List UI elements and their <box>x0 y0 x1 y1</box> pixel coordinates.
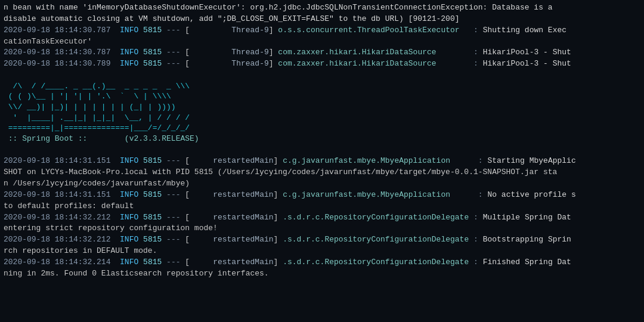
log-thread: restartedMain <box>190 213 273 222</box>
log-level: INFO <box>120 258 138 267</box>
log-thread: restartedMain <box>190 190 273 199</box>
log-continuation: to default profiles: default <box>4 201 640 212</box>
log-logger: com.zaxxer.hikari.HikariDataSource <box>278 48 469 57</box>
log-continuation: cationTaskExecutor' <box>4 36 640 48</box>
log-sep: --- <box>166 59 180 68</box>
log-level: INFO <box>120 59 138 68</box>
log-thread: restartedMain <box>190 156 273 165</box>
log-sep: --- <box>166 190 180 199</box>
log-continuation: entering strict repository configuration… <box>4 223 640 234</box>
log-pid: 5815 <box>143 235 162 244</box>
spring-boot-version: :: Spring Boot :: (v2.3.3.RELEASE) <box>4 134 640 145</box>
log-colon: : <box>473 48 478 57</box>
log-continuation: n /Users/lycying/codes/javarunfast/mbye) <box>4 178 640 190</box>
log-logger: o.s.s.concurrent.ThreadPoolTaskExecutor <box>278 26 469 35</box>
log-logger: c.g.javarunfast.mbye.MbyeApplication <box>283 190 473 199</box>
log-logger: .s.d.r.c.RepositoryConfigurationDelegate <box>283 235 469 244</box>
log-message: Shutting down Exec <box>483 26 566 35</box>
log-line-5: 2020-09-18 18:14:31.151 INFO 5815 --- [ … <box>4 190 640 201</box>
log-pid: 5815 <box>143 156 162 165</box>
log-colon: : <box>473 59 478 68</box>
terminal: n bean with name 'inMemoryDatabaseShutdo… <box>0 0 644 322</box>
log-colon: : <box>473 26 478 35</box>
log-message: Bootstrapping Sprin <box>483 235 571 244</box>
log-timestamp: 2020-09-18 18:14:30.787 <box>4 48 110 57</box>
log-thread: restartedMain <box>190 258 273 267</box>
log-logger: c.g.javarunfast.mbye.MbyeApplication <box>283 156 473 165</box>
log-sep: --- <box>166 235 180 244</box>
log-continuation: ning in 2ms. Found 0 Elasticsearch repos… <box>4 268 640 280</box>
log-logger: com.zaxxer.hikari.HikariDataSource <box>278 59 469 68</box>
log-continuation: SHOT on LYCYs-MacBook-Pro.local with PID… <box>4 167 640 178</box>
log-colon: : <box>473 213 478 222</box>
log-level: INFO <box>120 156 138 165</box>
log-pid: 5815 <box>143 26 162 35</box>
log-pid: 5815 <box>143 190 162 199</box>
log-thread: restartedMain <box>190 235 273 244</box>
log-message: No active profile s <box>487 190 575 199</box>
log-message: Starting MbyeApplic <box>487 156 575 165</box>
log-line-8: 2020-09-18 18:14:32.214 INFO 5815 --- [ … <box>4 257 640 268</box>
log-colon: : <box>473 235 478 244</box>
log-level: INFO <box>120 48 138 57</box>
log-message: disable automatic closing at VM shutdown… <box>4 14 460 23</box>
log-sep: --- <box>166 26 180 35</box>
log-line-3: 2020-09-18 18:14:30.789 INFO 5815 --- [ … <box>4 58 640 70</box>
log-thread: Thread-9 <box>190 26 269 35</box>
log-level: INFO <box>120 26 138 35</box>
log-sep: --- <box>166 258 180 267</box>
log-sep: --- <box>166 213 180 222</box>
log-message: HikariPool-3 - Shut <box>483 59 571 68</box>
log-timestamp: 2020-09-18 18:14:32.212 <box>4 213 110 222</box>
log-pid: 5815 <box>143 258 162 267</box>
log-message: Multiple Spring Dat <box>483 213 571 222</box>
log-level: INFO <box>120 235 138 244</box>
blank-line2 <box>4 144 640 156</box>
log-pid: 5815 <box>143 213 162 222</box>
log-colon: : <box>478 156 483 165</box>
log-sep: --- <box>166 48 180 57</box>
log-line-2: 2020-09-18 18:14:30.787 INFO 5815 --- [ … <box>4 47 640 58</box>
log-sep: --- <box>166 156 180 165</box>
ascii-art-line1: /\ / /____. _ __(.)__ _ _ _ _ _ \\\ <box>4 81 640 92</box>
log-continuation: rch repositories in DEFAULT mode. <box>4 246 640 257</box>
log-level: INFO <box>120 213 138 222</box>
log-logger: .s.d.r.c.RepositoryConfigurationDelegate <box>283 258 469 267</box>
ascii-art-line5: =========|_|==============|___/=/_/_/_/ <box>4 123 640 134</box>
log-message: Finished Spring Dat <box>483 258 571 267</box>
log-timestamp: 2020-09-18 18:14:32.214 <box>4 258 110 267</box>
ascii-art-line3: \\/ __)| |_)| | | | | | | (_| | )))) <box>4 102 640 113</box>
blank-line <box>4 70 640 81</box>
log-timestamp: 2020-09-18 18:14:30.789 <box>4 59 110 68</box>
log-message: n bean with name 'inMemoryDatabaseShutdo… <box>4 3 553 12</box>
log-line-4: 2020-09-18 18:14:31.151 INFO 5815 --- [ … <box>4 156 640 167</box>
log-logger: .s.d.r.c.RepositoryConfigurationDelegate <box>283 213 469 222</box>
log-line-top2: disable automatic closing at VM shutdown… <box>4 14 640 25</box>
log-message: HikariPool-3 - Shut <box>483 48 571 57</box>
log-thread: Thread-9 <box>190 48 269 57</box>
log-line-7: 2020-09-18 18:14:32.212 INFO 5815 --- [ … <box>4 234 640 246</box>
log-line-top1: n bean with name 'inMemoryDatabaseShutdo… <box>4 2 640 14</box>
log-timestamp: 2020-09-18 18:14:32.212 <box>4 235 110 244</box>
log-pid: 5815 <box>143 48 162 57</box>
log-timestamp: 2020-09-18 18:14:31.151 <box>4 156 110 165</box>
log-level: INFO <box>120 190 138 199</box>
log-line-6: 2020-09-18 18:14:32.212 INFO 5815 --- [ … <box>4 212 640 224</box>
log-thread: Thread-9 <box>190 59 269 68</box>
ascii-art-line4: ' |____| .__|_| |_|_| \__, | / / / / <box>4 113 640 123</box>
log-pid: 5815 <box>143 59 162 68</box>
log-timestamp: 2020-09-18 18:14:30.787 <box>4 26 110 35</box>
log-line-1: 2020-09-18 18:14:30.787 INFO 5815 --- [ … <box>4 25 640 36</box>
log-colon: : <box>473 258 478 267</box>
log-timestamp: 2020-09-18 18:14:31.151 <box>4 190 110 199</box>
log-colon: : <box>478 190 483 199</box>
ascii-art-line2: ( ( )\__ | '| '| | '.\ ` \ | \\\\ <box>4 91 640 102</box>
